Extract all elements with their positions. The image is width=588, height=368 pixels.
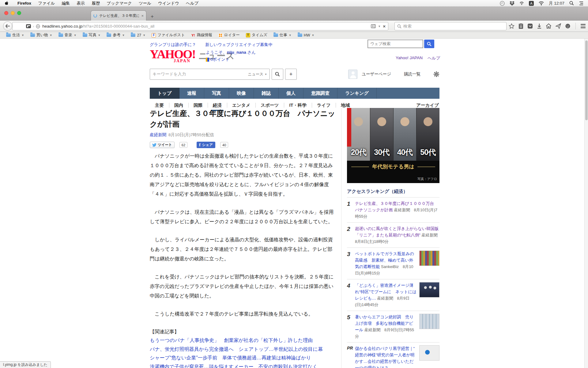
downloads-icon[interactable]	[537, 23, 542, 29]
subscriptions-link[interactable]: 購読一覧	[404, 71, 420, 77]
url-bar[interactable]: › headlines.yahoo.co.jp/hl?a=20150810-00…	[12, 22, 388, 30]
nav-tab-flash[interactable]: 速報	[179, 88, 204, 99]
browser-search-field[interactable]: 検索	[394, 22, 507, 30]
bookmark-folder-work[interactable]: 仕事▼	[270, 33, 295, 38]
pocket-icon[interactable]	[527, 23, 533, 29]
main-nav: トップ 速報 写真 映像 雑誌 個人 意識調査 ランキング	[150, 88, 439, 99]
nav-tab-photo[interactable]: 写真	[204, 88, 229, 99]
points-link[interactable]: 0ポイント	[210, 57, 230, 62]
folder-icon	[6, 33, 11, 37]
article-body: パナソニックが一時は全面撤退も検討したテレビの生産台数を、平成３０年度に１０００…	[150, 151, 336, 319]
web-search-button[interactable]	[424, 40, 434, 48]
article-source-link[interactable]: 産経新聞	[150, 132, 166, 137]
related-link[interactable]: シャープ“危ない企業”一歩手前 単体で債務超過…再建策は精神論ばかり	[150, 354, 336, 362]
nav-tab-poll[interactable]: 意識調査	[303, 88, 337, 99]
menubar-item-history[interactable]: 履歴	[88, 1, 103, 6]
menubar-clock[interactable]: 月 12:07	[549, 1, 564, 6]
apple-icon[interactable]	[4, 1, 9, 6]
avatar[interactable]	[348, 70, 357, 79]
facebook-f-icon: f	[199, 143, 201, 148]
news-search-input[interactable]: キーワードを入力 ニュース▼	[150, 69, 270, 80]
tab-groups-icon[interactable]	[26, 24, 31, 28]
nav-tab-top[interactable]: トップ	[150, 88, 179, 99]
bookmark-folder-shopping[interactable]: 買い物▼	[27, 33, 55, 38]
settings-gear-icon[interactable]	[433, 71, 439, 77]
window-minimize-button[interactable]	[11, 11, 15, 15]
chevron-down-icon[interactable]: ▼	[378, 25, 381, 28]
related-link[interactable]: パナ、蛍光灯照明器具から完全撤退へ シェアトップ…半世紀以上の役目に幕	[150, 345, 336, 354]
menubar-item-view[interactable]: 表示	[73, 1, 88, 6]
input-source-icon[interactable]: A	[529, 1, 534, 6]
pr-link[interactable]: 儲かる会社のパクリ黒字経営｜”経営の神様”研究の第一人者が明かす…会社の経営が苦…	[355, 346, 415, 368]
reader-mode-icon[interactable]	[371, 24, 376, 28]
user-page-link[interactable]: ユーザーページ	[362, 71, 391, 77]
twitter-bird-icon	[152, 143, 156, 147]
archive-link[interactable]: アーカイブ	[416, 103, 439, 108]
home-icon[interactable]	[546, 23, 552, 29]
wifi-icon[interactable]	[539, 1, 544, 6]
promo-link-creative[interactable]: 新しいウェブクリエイティブ募集中	[205, 42, 273, 48]
pr-thumbnail[interactable]	[419, 345, 439, 361]
bookmark-transit[interactable]: Y!路線情報	[188, 33, 215, 38]
add-search-button[interactable]: +	[285, 69, 297, 80]
news-search-button[interactable]	[272, 69, 283, 80]
new-tab-button[interactable]: +	[151, 13, 154, 20]
notification-center-icon[interactable]	[579, 1, 584, 6]
share-icon[interactable]	[556, 23, 561, 29]
bookmarks-menu-icon[interactable]	[518, 23, 523, 29]
window-zoom-button[interactable]	[17, 11, 21, 15]
menubar-item-firefox[interactable]: Firefox	[14, 1, 35, 6]
menu-hamburger-icon[interactable]	[581, 24, 586, 28]
window-close-button[interactable]	[4, 11, 8, 15]
keyboard-brightness-icon[interactable]	[519, 1, 524, 6]
username[interactable]: niju_nana	[227, 50, 246, 55]
related-link[interactable]: もう一つのパナ「人事抗争史」 創業家が社名の「松下外し」許した理由	[150, 336, 336, 345]
bookmark-times[interactable]: Tタイムズ	[243, 33, 270, 38]
ad-banner[interactable]: 20代30代40代50代 年代別モテる男は 写真：アフロ	[347, 108, 439, 183]
bookmark-folder-photo[interactable]: 写真▼	[80, 33, 104, 38]
dropbox-icon[interactable]	[510, 1, 514, 6]
nav-tab-video[interactable]: 映像	[229, 88, 254, 99]
help-link[interactable]: ヘルプ	[428, 56, 440, 61]
ranking-thumbnail[interactable]	[419, 314, 439, 329]
nav-tab-ranking[interactable]: ランキング	[337, 88, 377, 99]
ranking-thumbnail[interactable]	[419, 251, 439, 266]
stop-loading-icon[interactable]: ×	[383, 24, 386, 29]
search-scope-dropdown[interactable]: ニュース▼	[248, 72, 267, 77]
page-scrollbar[interactable]	[584, 39, 588, 368]
menubar-item-bookmarks[interactable]: ブックマーク	[103, 1, 135, 6]
tweet-button[interactable]: ツイート	[150, 142, 175, 148]
tab-close-icon[interactable]: ×	[141, 14, 144, 18]
bookmark-folder-hw[interactable]: HW▼	[295, 33, 318, 37]
yahoo-japan-link[interactable]: Yahoo! JAPAN	[396, 56, 423, 61]
bookmark-filepost[interactable]: Fファイルポスト	[149, 33, 188, 38]
nav-tab-magazine[interactable]: 雑誌	[254, 88, 279, 99]
nav-tab-personal[interactable]: 個人	[279, 88, 303, 99]
menubar-item-edit[interactable]: 編集	[58, 1, 73, 6]
browser-tab[interactable]: テレビ生産、３０年度に再... ×	[91, 10, 146, 21]
spotlight-icon[interactable]	[569, 1, 574, 6]
ranking-item-2: 2 超遅いのに風が吹くと浮き上がらない韓国版「リニア」またも延期の“七転八倒” …	[347, 223, 439, 248]
bookmark-folder-27[interactable]: 27▼	[128, 33, 149, 37]
facebook-share-button[interactable]: f シェア	[197, 142, 215, 148]
bookmark-folder-reference[interactable]: 参考▼	[104, 33, 128, 38]
bookmark-star-icon[interactable]	[509, 23, 514, 29]
promo-link-grandprix[interactable]: グランプリは誰の手に？	[150, 42, 196, 48]
bookmark-folder-music[interactable]: 音楽▼	[55, 33, 80, 38]
related-link[interactable]: 洗濯機内で子供が窒息死…頭を悩ますメーカー、不安の声殺到も決定打なく	[150, 362, 336, 368]
feedback-smiley-icon[interactable]	[565, 23, 571, 29]
bookmark-folder-life[interactable]: 生活▼	[3, 33, 27, 38]
menubar-item-help[interactable]: ヘルプ	[183, 1, 202, 6]
reuters-favicon	[218, 33, 223, 37]
web-search-input[interactable]: ウェブ検索	[368, 40, 423, 48]
menubar-item-window[interactable]: ウインドウ	[155, 1, 183, 6]
back-button[interactable]	[3, 21, 12, 31]
ranking-thumbnail[interactable]	[419, 282, 439, 297]
folder-icon	[83, 33, 87, 37]
menubar-item-file[interactable]: ファイル	[35, 1, 58, 6]
scrollbar-thumb[interactable]	[585, 40, 588, 120]
menubar-item-tools[interactable]: ツール	[135, 1, 155, 6]
pr-label: PR	[347, 345, 355, 368]
creative-cloud-icon[interactable]	[500, 1, 505, 6]
bookmark-reuters[interactable]: ロイター	[215, 33, 243, 38]
